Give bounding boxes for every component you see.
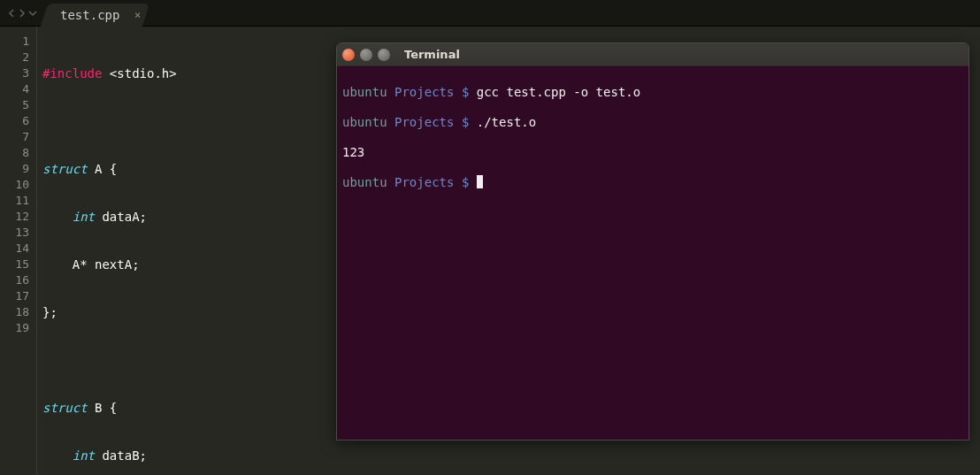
line-number: 13 [0,225,29,241]
line-number: 14 [0,241,29,257]
line-number: 18 [0,304,29,320]
window-minimize-icon[interactable] [360,49,372,61]
line-number: 6 [0,113,29,129]
tab-dropdown-icon[interactable] [28,6,37,20]
line-number: 17 [0,288,29,304]
terminal-line: ubuntu Projects $ gcc test.cpp -o test.o [342,85,963,100]
close-icon[interactable]: × [134,9,141,21]
line-number: 7 [0,129,29,145]
tab-prev-icon[interactable] [7,6,16,20]
terminal-line: ubuntu Projects $ [342,175,963,190]
code-line: int dataB; [42,448,980,464]
terminal-titlebar[interactable]: Terminal [337,43,969,66]
line-number: 15 [0,257,29,272]
tab-label: test.cpp [60,4,119,27]
terminal-window[interactable]: Terminal ubuntu Projects $ gcc test.cpp … [336,42,969,441]
tab-file[interactable]: test.cpp × [41,4,150,27]
line-number: 12 [0,209,29,225]
line-number: 4 [0,81,29,97]
window-maximize-icon[interactable] [378,49,390,61]
window-close-icon[interactable] [342,49,355,61]
line-number-gutter: 1 2 3 4 5 6 7 8 9 10 11 12 13 14 15 16 1… [0,27,37,475]
line-number: 2 [0,50,29,65]
line-number: 10 [0,177,29,193]
line-number: 11 [0,193,29,209]
line-number: 16 [0,272,29,288]
terminal-cursor [477,175,483,188]
line-number: 9 [0,161,29,177]
tab-next-icon[interactable] [18,6,27,20]
line-number: 1 [0,34,29,50]
line-number: 5 [0,97,29,113]
line-number: 3 [0,65,29,81]
terminal-line: ubuntu Projects $ ./test.o [342,115,963,130]
tab-nav-arrows [0,6,44,20]
terminal-body[interactable]: ubuntu Projects $ gcc test.cpp -o test.o… [337,66,969,224]
terminal-title: Terminal [404,48,460,61]
terminal-line: 123 [342,145,963,160]
line-number: 8 [0,145,29,161]
tab-strip: test.cpp × [0,0,980,27]
line-number: 19 [0,320,29,336]
